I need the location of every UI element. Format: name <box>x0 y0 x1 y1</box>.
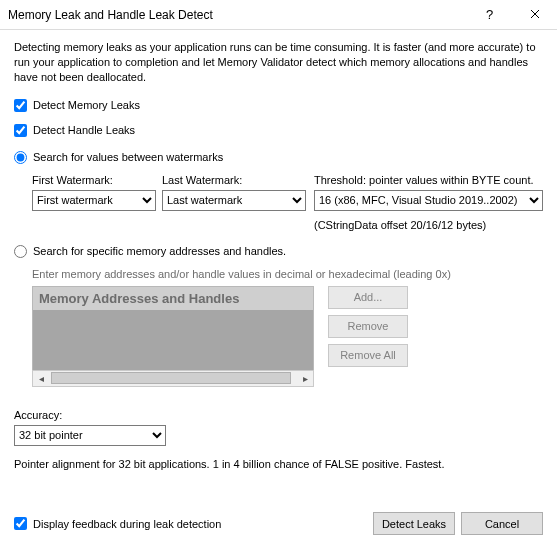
detect-handle-leaks-check[interactable]: Detect Handle Leaks <box>14 124 543 137</box>
addresses-panel-header: Memory Addresses and Handles <box>32 286 314 310</box>
addresses-panel: Memory Addresses and Handles ◂ ▸ <box>32 286 314 387</box>
detect-handle-leaks-checkbox[interactable] <box>14 124 27 137</box>
feedback-label: Display feedback during leak detection <box>33 518 221 530</box>
accuracy-label: Accuracy: <box>14 409 543 421</box>
close-icon <box>530 9 540 21</box>
search-watermarks-radio-row[interactable]: Search for values between watermarks <box>14 151 543 164</box>
first-watermark-select[interactable]: First watermark <box>32 190 156 211</box>
titlebar: Memory Leak and Handle Leak Detect ? <box>0 0 557 30</box>
remove-button[interactable]: Remove <box>328 315 408 338</box>
last-watermark-label: Last Watermark: <box>162 174 314 186</box>
watermark-block: First Watermark: Last Watermark: Thresho… <box>32 174 543 231</box>
dialog-content: Detecting memory leaks as your applicati… <box>0 30 557 484</box>
search-specific-label: Search for specific memory addresses and… <box>33 245 286 257</box>
add-button[interactable]: Add... <box>328 286 408 309</box>
addresses-row: Memory Addresses and Handles ◂ ▸ Add... … <box>32 286 543 387</box>
search-specific-radio-row[interactable]: Search for specific memory addresses and… <box>14 245 543 258</box>
detect-memory-leaks-checkbox[interactable] <box>14 99 27 112</box>
feedback-check[interactable]: Display feedback during leak detection <box>14 517 373 530</box>
scroll-thumb[interactable] <box>51 372 291 384</box>
detect-handle-leaks-label: Detect Handle Leaks <box>33 124 135 136</box>
first-watermark-label: First Watermark: <box>32 174 162 186</box>
close-button[interactable] <box>512 0 557 30</box>
accuracy-note: Pointer alignment for 32 bit application… <box>14 458 543 470</box>
accuracy-select[interactable]: 32 bit pointer <box>14 425 166 446</box>
feedback-checkbox[interactable] <box>14 517 27 530</box>
offset-note: (CStringData offset 20/16/12 bytes) <box>314 219 543 231</box>
help-button[interactable]: ? <box>467 0 512 30</box>
addresses-hint: Enter memory addresses and/or handle val… <box>32 268 543 280</box>
addresses-buttons: Add... Remove Remove All <box>328 286 408 387</box>
search-specific-radio[interactable] <box>14 245 27 258</box>
detect-memory-leaks-check[interactable]: Detect Memory Leaks <box>14 99 543 112</box>
addresses-list[interactable] <box>32 310 314 370</box>
help-icon: ? <box>486 7 493 22</box>
remove-all-button[interactable]: Remove All <box>328 344 408 367</box>
search-watermarks-radio[interactable] <box>14 151 27 164</box>
search-watermarks-label: Search for values between watermarks <box>33 151 223 163</box>
detect-leaks-button[interactable]: Detect Leaks <box>373 512 455 535</box>
threshold-label: Threshold: pointer values within BYTE co… <box>314 174 543 186</box>
scroll-right-icon[interactable]: ▸ <box>297 373 313 384</box>
threshold-select[interactable]: 16 (x86, MFC, Visual Studio 2019..2002) <box>314 190 543 211</box>
detect-memory-leaks-label: Detect Memory Leaks <box>33 99 140 111</box>
scroll-left-icon[interactable]: ◂ <box>33 373 49 384</box>
last-watermark-select[interactable]: Last watermark <box>162 190 306 211</box>
intro-text: Detecting memory leaks as your applicati… <box>14 40 543 85</box>
window-title: Memory Leak and Handle Leak Detect <box>8 8 467 22</box>
addresses-scrollbar[interactable]: ◂ ▸ <box>32 370 314 387</box>
footer: Display feedback during leak detection D… <box>14 512 543 535</box>
cancel-button[interactable]: Cancel <box>461 512 543 535</box>
